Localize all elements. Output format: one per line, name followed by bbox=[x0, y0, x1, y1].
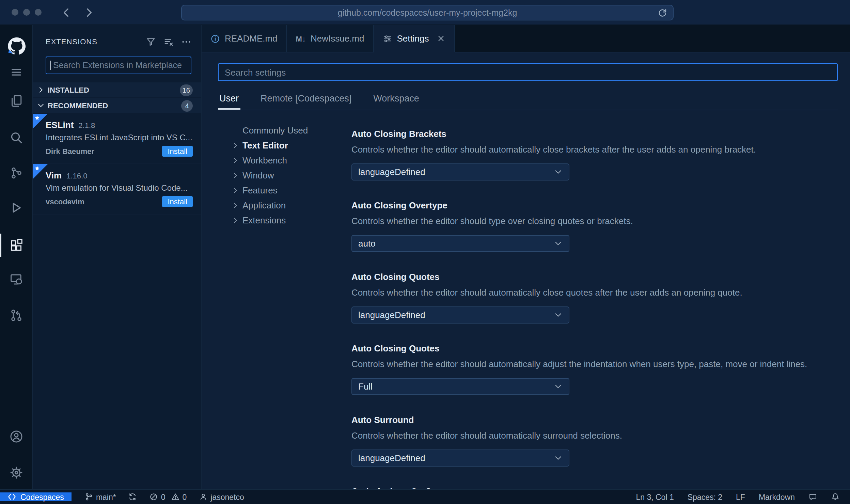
url-text: github.com/codespaces/user-my-project-mg… bbox=[338, 8, 517, 17]
sync-button[interactable] bbox=[124, 492, 142, 501]
setting-description: Controls whether the editor should autom… bbox=[351, 287, 838, 299]
window-zoom-dot[interactable] bbox=[35, 9, 42, 16]
forward-button[interactable] bbox=[83, 6, 95, 18]
search-icon[interactable] bbox=[0, 124, 33, 151]
markdown-icon: M↓ bbox=[296, 34, 306, 43]
chevron-down-icon bbox=[554, 382, 563, 391]
feedback-icon[interactable] bbox=[804, 492, 822, 501]
installed-count-badge: 16 bbox=[180, 84, 193, 96]
tab-newissue[interactable]: M↓ NewIssue.md bbox=[287, 25, 374, 52]
eol-setting[interactable]: LF bbox=[731, 493, 750, 501]
toc-item-text-editor[interactable]: Text Editor bbox=[218, 138, 351, 153]
run-debug-icon[interactable] bbox=[0, 194, 33, 221]
setting-entry: Code Actions On Save bbox=[351, 486, 838, 489]
branch-button[interactable]: main* bbox=[80, 492, 121, 501]
warning-icon bbox=[171, 492, 180, 501]
back-button[interactable] bbox=[61, 6, 72, 18]
explorer-icon[interactable] bbox=[0, 87, 33, 114]
setting-dropdown[interactable]: languageDefined bbox=[351, 306, 569, 324]
setting-title: Auto Surround bbox=[351, 414, 838, 426]
setting-entry: Auto Surround Controls whether the edito… bbox=[351, 414, 838, 467]
error-icon bbox=[149, 492, 158, 501]
settings-search-input[interactable] bbox=[218, 63, 838, 81]
section-label: INSTALLED bbox=[48, 86, 89, 94]
tab-bar: README.md M↓ NewIssue.md Settings bbox=[202, 25, 850, 52]
settings-gear-icon[interactable] bbox=[0, 459, 33, 486]
toc-item-application[interactable]: Application bbox=[218, 198, 351, 212]
clear-list-icon[interactable] bbox=[163, 36, 174, 47]
sliders-icon bbox=[382, 34, 392, 43]
source-control-icon[interactable] bbox=[0, 159, 33, 187]
pull-request-icon[interactable] bbox=[0, 302, 33, 329]
scope-tab-workspace[interactable]: Workspace bbox=[372, 90, 421, 110]
setting-dropdown[interactable]: languageDefined bbox=[351, 450, 569, 467]
tab-label: NewIssue.md bbox=[311, 33, 364, 44]
info-icon bbox=[210, 34, 220, 43]
account-status-button[interactable]: jasonetco bbox=[194, 492, 249, 501]
toc-item-window[interactable]: Window bbox=[218, 168, 351, 183]
chevron-right-icon bbox=[232, 156, 242, 164]
setting-dropdown[interactable]: auto bbox=[351, 235, 569, 252]
chevron-down-icon bbox=[554, 454, 563, 462]
setting-title: Auto Closing Overtype bbox=[351, 200, 838, 212]
install-button[interactable]: Install bbox=[162, 146, 193, 157]
extension-name: ESLint bbox=[46, 120, 74, 130]
toc-item-extensions[interactable]: Extensions bbox=[218, 212, 351, 227]
section-installed[interactable]: INSTALLED 16 bbox=[33, 82, 201, 97]
setting-description: Controls whether the editor should autom… bbox=[351, 358, 838, 371]
status-bar: Codespaces main* 0 0 jasonetco Ln 3, Col… bbox=[0, 489, 850, 504]
menu-icon[interactable] bbox=[0, 59, 33, 86]
chevron-right-icon bbox=[232, 201, 242, 209]
chevron-right-icon bbox=[232, 171, 242, 179]
window-minimize-dot[interactable] bbox=[23, 9, 30, 16]
extension-name: Vim bbox=[46, 170, 62, 180]
toc-item-commonly-used[interactable]: Commonly Used bbox=[218, 123, 351, 138]
problems-button[interactable]: 0 0 bbox=[145, 492, 192, 501]
setting-title: Auto Closing Quotes bbox=[351, 271, 838, 283]
chevron-right-icon bbox=[232, 216, 242, 224]
scope-tab-remote[interactable]: Remote [Codespaces] bbox=[259, 90, 353, 110]
window-close-dot[interactable] bbox=[12, 9, 18, 16]
branch-icon bbox=[84, 492, 93, 501]
github-logo[interactable] bbox=[0, 32, 33, 59]
recommended-count-badge: 4 bbox=[181, 100, 193, 111]
browser-chrome: github.com/codespaces/user-my-project-mg… bbox=[0, 0, 850, 25]
refresh-icon[interactable] bbox=[657, 7, 667, 18]
extensions-search-input[interactable] bbox=[46, 57, 191, 74]
tab-readme[interactable]: README.md bbox=[202, 25, 287, 52]
bell-icon[interactable] bbox=[826, 492, 845, 501]
extension-description: Vim emulation for Visual Studio Code... bbox=[46, 183, 193, 193]
recommended-ribbon bbox=[33, 164, 48, 179]
filter-icon[interactable] bbox=[146, 36, 156, 47]
setting-dropdown[interactable]: languageDefined bbox=[351, 163, 569, 180]
setting-dropdown[interactable]: Full bbox=[351, 378, 569, 395]
close-icon[interactable] bbox=[436, 34, 445, 43]
extension-card-vim[interactable]: Vim 1.16.0 Vim emulation for Visual Stud… bbox=[33, 164, 201, 215]
more-actions-icon[interactable] bbox=[181, 36, 191, 47]
setting-entry: Auto Closing Overtype Controls whether t… bbox=[351, 200, 838, 252]
extension-card-eslint[interactable]: ESLint 2.1.8 Integrates ESLint JavaScrip… bbox=[33, 114, 201, 164]
remote-explorer-icon[interactable] bbox=[0, 266, 33, 293]
indent-setting[interactable]: Spaces: 2 bbox=[683, 493, 727, 501]
setting-entry: Auto Closing Quotes Controls whether the… bbox=[351, 271, 838, 324]
extension-publisher: vscodevim bbox=[46, 198, 162, 206]
toc-item-workbench[interactable]: Workbench bbox=[218, 153, 351, 168]
scope-tab-user[interactable]: User bbox=[218, 90, 240, 110]
extension-version: 2.1.8 bbox=[78, 121, 95, 129]
browser-window: github.com/codespaces/user-my-project-mg… bbox=[0, 0, 850, 504]
section-recommended[interactable]: RECOMMENDED 4 bbox=[33, 98, 201, 113]
editor-area: README.md M↓ NewIssue.md Settings bbox=[202, 25, 850, 489]
language-mode[interactable]: Markdown bbox=[754, 493, 800, 501]
chevron-down-icon bbox=[554, 311, 563, 319]
url-bar[interactable]: github.com/codespaces/user-my-project-mg… bbox=[181, 5, 674, 20]
setting-entry: Auto Closing Quotes Controls whether the… bbox=[351, 343, 838, 395]
cursor-position[interactable]: Ln 3, Col 1 bbox=[631, 493, 678, 501]
toc-item-features[interactable]: Features bbox=[218, 183, 351, 198]
tab-settings[interactable]: Settings bbox=[374, 25, 455, 52]
codespaces-button[interactable]: Codespaces bbox=[0, 492, 72, 501]
chevron-right-icon bbox=[232, 186, 242, 194]
window-controls[interactable] bbox=[12, 9, 42, 16]
account-icon[interactable] bbox=[0, 423, 33, 450]
install-button[interactable]: Install bbox=[162, 196, 193, 207]
extensions-icon[interactable] bbox=[0, 232, 33, 259]
